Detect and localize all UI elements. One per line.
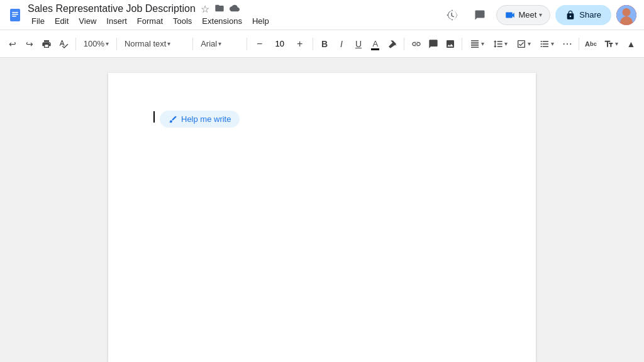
menu-bar: File Edit View Insert Format Tools Exten… xyxy=(28,15,436,27)
more-options-button[interactable]: ⋯ xyxy=(559,35,575,53)
font-dropdown[interactable]: Arial ▾ xyxy=(197,35,243,53)
main-area: Help me write xyxy=(0,58,644,362)
share-label: Share xyxy=(579,10,601,19)
link-button[interactable] xyxy=(408,35,424,53)
image-button[interactable] xyxy=(442,35,458,53)
spellcheck-toggle[interactable]: Abc xyxy=(583,35,599,53)
menu-format[interactable]: Format xyxy=(133,15,167,27)
comment-button[interactable] xyxy=(425,35,441,53)
menu-insert[interactable]: Insert xyxy=(103,15,131,27)
print-button[interactable] xyxy=(39,35,55,53)
title-section: Sales Representative Job Description ☆ F… xyxy=(28,3,436,26)
menu-help[interactable]: Help xyxy=(248,15,273,27)
doc-icon xyxy=(8,8,23,23)
line-spacing-dropdown[interactable]: ▾ xyxy=(489,35,511,53)
zoom-dropdown[interactable]: 100% ▾ xyxy=(80,35,113,53)
list-dropdown[interactable]: ▾ xyxy=(536,35,558,53)
folder-icon[interactable] xyxy=(214,3,225,15)
document-page[interactable]: Help me write xyxy=(108,73,536,362)
avatar[interactable] xyxy=(616,5,636,25)
text-cursor xyxy=(153,111,155,123)
divider-6 xyxy=(404,38,404,50)
divider-5 xyxy=(313,38,313,50)
checklist-dropdown[interactable]: ▾ xyxy=(513,35,535,53)
font-caret: ▾ xyxy=(218,40,221,47)
collapse-toolbar-button[interactable]: ▲ xyxy=(623,35,639,53)
divider-4 xyxy=(247,38,247,50)
font-size-increase[interactable]: + xyxy=(291,35,309,53)
help-me-write-button[interactable]: Help me write xyxy=(160,111,240,128)
alignment-caret: ▾ xyxy=(481,40,484,47)
divider-3 xyxy=(192,38,193,50)
style-value: Normal text xyxy=(125,39,166,48)
help-me-write-label: Help me write xyxy=(181,114,231,124)
text-color-button[interactable]: A xyxy=(367,35,383,53)
highlight-button[interactable] xyxy=(384,35,400,53)
list-caret: ▾ xyxy=(551,40,554,47)
meet-caret: ▾ xyxy=(539,11,542,18)
menu-edit[interactable]: Edit xyxy=(51,15,72,27)
menu-view[interactable]: View xyxy=(75,15,100,27)
italic-button[interactable]: I xyxy=(334,35,350,53)
formatting-dropdown[interactable]: ▾ xyxy=(600,35,622,53)
divider-2 xyxy=(116,38,117,50)
undo-button[interactable]: ↩ xyxy=(5,35,21,53)
meet-button[interactable]: Meet ▾ xyxy=(496,5,550,25)
menu-extensions[interactable]: Extensions xyxy=(198,15,246,27)
alignment-dropdown[interactable]: ▾ xyxy=(466,35,488,53)
style-caret: ▾ xyxy=(167,40,170,47)
svg-rect-2 xyxy=(12,14,18,15)
divider-7 xyxy=(462,38,462,50)
toolbar: ↩ ↪ 100% ▾ Normal text ▾ Arial ▾ − 10 + … xyxy=(0,30,644,58)
formatting-caret: ▾ xyxy=(615,40,618,47)
font-size-display[interactable]: 10 xyxy=(270,38,290,50)
document-title[interactable]: Sales Representative Job Description xyxy=(28,3,196,14)
spellcheck-button[interactable] xyxy=(56,35,72,53)
menu-file[interactable]: File xyxy=(28,15,48,27)
line-spacing-caret: ▾ xyxy=(504,40,508,47)
meet-label: Meet xyxy=(518,10,536,19)
svg-rect-1 xyxy=(12,12,18,13)
title-bar: Sales Representative Job Description ☆ F… xyxy=(0,0,644,30)
comments-icon-btn[interactable] xyxy=(469,4,491,26)
font-size-group: − 10 + xyxy=(251,35,309,53)
svg-rect-3 xyxy=(12,16,16,17)
cloud-icon xyxy=(230,3,240,15)
cursor-line: Help me write xyxy=(153,111,491,128)
underline-button[interactable]: U xyxy=(351,35,367,53)
svg-rect-0 xyxy=(10,9,20,21)
zoom-value: 100% xyxy=(84,39,104,48)
divider-1 xyxy=(75,38,76,50)
divider-8 xyxy=(579,38,579,50)
checklist-caret: ▾ xyxy=(528,40,531,47)
history-icon-btn[interactable] xyxy=(441,4,464,26)
share-button[interactable]: Share xyxy=(555,5,611,25)
header-right: Meet ▾ Share xyxy=(441,4,636,26)
zoom-caret: ▾ xyxy=(106,40,109,47)
font-size-decrease[interactable]: − xyxy=(251,35,269,53)
bold-button[interactable]: B xyxy=(317,35,333,53)
style-dropdown[interactable]: Normal text ▾ xyxy=(121,35,189,53)
redo-button[interactable]: ↪ xyxy=(22,35,38,53)
font-value: Arial xyxy=(201,39,217,48)
star-icon[interactable]: ☆ xyxy=(201,3,209,15)
menu-tools[interactable]: Tools xyxy=(169,15,196,27)
